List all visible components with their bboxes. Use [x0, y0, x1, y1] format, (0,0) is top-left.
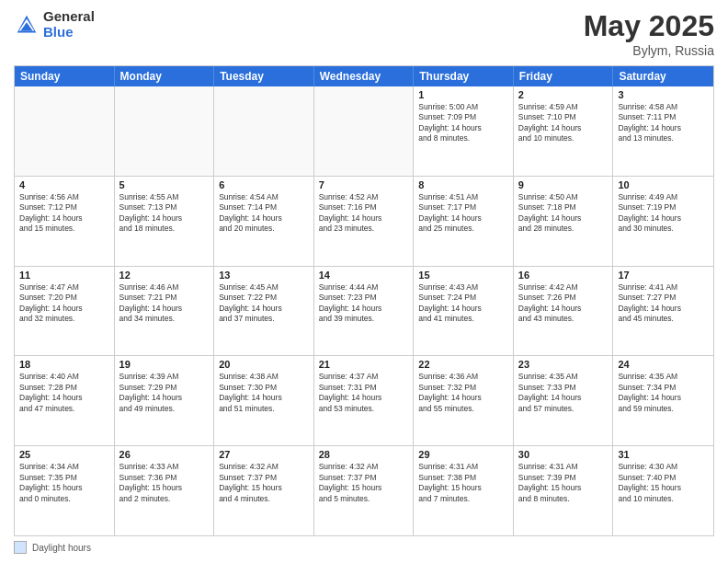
day-number: 6 [219, 179, 309, 190]
day-info: Sunrise: 4:31 AM Sunset: 7:39 PM Dayligh… [518, 462, 609, 504]
cal-cell-3-2: 12Sunrise: 4:46 AM Sunset: 7:21 PM Dayli… [115, 267, 215, 356]
day-number: 27 [219, 449, 309, 460]
day-info: Sunrise: 4:55 AM Sunset: 7:13 PM Dayligh… [119, 192, 210, 235]
day-number: 21 [319, 359, 409, 370]
day-info: Sunrise: 4:54 AM Sunset: 7:14 PM Dayligh… [219, 192, 309, 235]
daylight-label: Daylight hours [32, 543, 91, 553]
daylight-legend-box [14, 541, 27, 554]
title-block: May 2025 Bylym, Russia [584, 9, 714, 58]
title-month: May 2025 [584, 9, 714, 43]
day-number: 15 [418, 270, 508, 281]
cal-cell-2-3: 6Sunrise: 4:54 AM Sunset: 7:14 PM Daylig… [214, 177, 314, 266]
cal-cell-1-4 [314, 86, 415, 176]
day-info: Sunrise: 4:41 AM Sunset: 7:27 PM Dayligh… [618, 282, 709, 325]
day-info: Sunrise: 4:32 AM Sunset: 7:37 PM Dayligh… [319, 462, 409, 504]
weekday-wednesday: Wednesday [314, 66, 415, 86]
cal-cell-4-5: 22Sunrise: 4:36 AM Sunset: 7:32 PM Dayli… [414, 356, 514, 445]
logo-icon [14, 12, 40, 38]
cal-cell-5-2: 26Sunrise: 4:33 AM Sunset: 7:36 PM Dayli… [115, 446, 215, 535]
cal-cell-5-6: 30Sunrise: 4:31 AM Sunset: 7:39 PM Dayli… [514, 446, 614, 535]
day-info: Sunrise: 4:58 AM Sunset: 7:11 PM Dayligh… [618, 102, 709, 144]
cal-cell-1-7: 3Sunrise: 4:58 AM Sunset: 7:11 PM Daylig… [613, 86, 713, 176]
day-info: Sunrise: 4:30 AM Sunset: 7:40 PM Dayligh… [618, 462, 709, 504]
day-number: 22 [418, 359, 508, 370]
calendar: Sunday Monday Tuesday Wednesday Thursday… [14, 65, 714, 536]
cal-cell-2-5: 8Sunrise: 4:51 AM Sunset: 7:17 PM Daylig… [414, 177, 514, 266]
day-number: 24 [618, 359, 709, 370]
day-info: Sunrise: 4:56 AM Sunset: 7:12 PM Dayligh… [19, 192, 109, 235]
cal-cell-3-7: 17Sunrise: 4:41 AM Sunset: 7:27 PM Dayli… [613, 267, 713, 356]
day-info: Sunrise: 4:34 AM Sunset: 7:35 PM Dayligh… [19, 462, 109, 504]
day-info: Sunrise: 4:59 AM Sunset: 7:10 PM Dayligh… [518, 102, 609, 144]
cal-cell-1-3 [214, 86, 314, 176]
day-number: 29 [418, 449, 508, 460]
day-info: Sunrise: 4:46 AM Sunset: 7:21 PM Dayligh… [119, 282, 210, 325]
cal-cell-1-1 [15, 86, 115, 176]
day-number: 20 [219, 359, 309, 370]
cal-cell-3-1: 11Sunrise: 4:47 AM Sunset: 7:20 PM Dayli… [15, 267, 115, 356]
day-number: 16 [518, 270, 609, 281]
cal-cell-4-2: 19Sunrise: 4:39 AM Sunset: 7:29 PM Dayli… [115, 356, 215, 445]
day-info: Sunrise: 5:00 AM Sunset: 7:09 PM Dayligh… [418, 102, 508, 144]
day-info: Sunrise: 4:51 AM Sunset: 7:17 PM Dayligh… [418, 192, 508, 235]
day-info: Sunrise: 4:47 AM Sunset: 7:20 PM Dayligh… [19, 282, 109, 325]
day-info: Sunrise: 4:35 AM Sunset: 7:34 PM Dayligh… [618, 372, 709, 414]
day-number: 2 [518, 89, 609, 100]
day-number: 26 [119, 449, 210, 460]
cal-cell-1-2 [115, 86, 215, 176]
cal-row-3: 11Sunrise: 4:47 AM Sunset: 7:20 PM Dayli… [15, 267, 713, 357]
cal-cell-5-1: 25Sunrise: 4:34 AM Sunset: 7:35 PM Dayli… [15, 446, 115, 535]
day-info: Sunrise: 4:42 AM Sunset: 7:26 PM Dayligh… [518, 282, 609, 325]
header: General Blue May 2025 Bylym, Russia [14, 9, 714, 58]
day-number: 30 [518, 449, 609, 460]
cal-row-4: 18Sunrise: 4:40 AM Sunset: 7:28 PM Dayli… [15, 356, 713, 446]
weekday-friday: Friday [514, 66, 614, 86]
day-number: 10 [618, 179, 709, 190]
logo: General Blue [14, 9, 95, 40]
day-info: Sunrise: 4:43 AM Sunset: 7:24 PM Dayligh… [418, 282, 508, 325]
calendar-body: 1Sunrise: 5:00 AM Sunset: 7:09 PM Daylig… [15, 86, 713, 535]
cal-cell-2-6: 9Sunrise: 4:50 AM Sunset: 7:18 PM Daylig… [514, 177, 614, 266]
day-info: Sunrise: 4:38 AM Sunset: 7:30 PM Dayligh… [219, 372, 309, 414]
cal-cell-2-1: 4Sunrise: 4:56 AM Sunset: 7:12 PM Daylig… [15, 177, 115, 266]
day-number: 3 [618, 89, 709, 100]
cal-row-1: 1Sunrise: 5:00 AM Sunset: 7:09 PM Daylig… [15, 86, 713, 177]
weekday-tuesday: Tuesday [214, 66, 314, 86]
title-location: Bylym, Russia [584, 43, 714, 58]
cal-row-2: 4Sunrise: 4:56 AM Sunset: 7:12 PM Daylig… [15, 177, 713, 267]
cal-cell-4-1: 18Sunrise: 4:40 AM Sunset: 7:28 PM Dayli… [15, 356, 115, 445]
weekday-sunday: Sunday [15, 66, 115, 86]
cal-cell-2-2: 5Sunrise: 4:55 AM Sunset: 7:13 PM Daylig… [115, 177, 215, 266]
day-number: 7 [319, 179, 409, 190]
footer: Daylight hours [14, 541, 714, 554]
cal-cell-3-4: 14Sunrise: 4:44 AM Sunset: 7:23 PM Dayli… [314, 267, 415, 356]
weekday-thursday: Thursday [414, 66, 514, 86]
cal-cell-4-4: 21Sunrise: 4:37 AM Sunset: 7:31 PM Dayli… [314, 356, 415, 445]
day-number: 1 [418, 89, 508, 100]
day-info: Sunrise: 4:37 AM Sunset: 7:31 PM Dayligh… [319, 372, 409, 414]
cal-cell-3-6: 16Sunrise: 4:42 AM Sunset: 7:26 PM Dayli… [514, 267, 614, 356]
weekday-monday: Monday [115, 66, 215, 86]
day-number: 5 [119, 179, 210, 190]
cal-cell-4-3: 20Sunrise: 4:38 AM Sunset: 7:30 PM Dayli… [214, 356, 314, 445]
cal-cell-4-7: 24Sunrise: 4:35 AM Sunset: 7:34 PM Dayli… [613, 356, 713, 445]
logo-general-text: General [43, 9, 95, 25]
cal-cell-2-7: 10Sunrise: 4:49 AM Sunset: 7:19 PM Dayli… [613, 177, 713, 266]
day-info: Sunrise: 4:33 AM Sunset: 7:36 PM Dayligh… [119, 462, 210, 504]
day-number: 13 [219, 270, 309, 281]
page: General Blue May 2025 Bylym, Russia Sund… [0, 0, 728, 563]
cal-cell-1-5: 1Sunrise: 5:00 AM Sunset: 7:09 PM Daylig… [414, 86, 514, 176]
cal-cell-2-4: 7Sunrise: 4:52 AM Sunset: 7:16 PM Daylig… [314, 177, 415, 266]
day-info: Sunrise: 4:32 AM Sunset: 7:37 PM Dayligh… [219, 462, 309, 504]
calendar-header: Sunday Monday Tuesday Wednesday Thursday… [15, 66, 713, 86]
logo-text: General Blue [43, 9, 95, 40]
cal-cell-1-6: 2Sunrise: 4:59 AM Sunset: 7:10 PM Daylig… [514, 86, 614, 176]
day-number: 11 [19, 270, 109, 281]
day-number: 28 [319, 449, 409, 460]
day-info: Sunrise: 4:39 AM Sunset: 7:29 PM Dayligh… [119, 372, 210, 414]
day-number: 14 [319, 270, 409, 281]
day-number: 4 [19, 179, 109, 190]
cal-cell-5-7: 31Sunrise: 4:30 AM Sunset: 7:40 PM Dayli… [613, 446, 713, 535]
day-info: Sunrise: 4:49 AM Sunset: 7:19 PM Dayligh… [618, 192, 709, 235]
day-number: 12 [119, 270, 210, 281]
